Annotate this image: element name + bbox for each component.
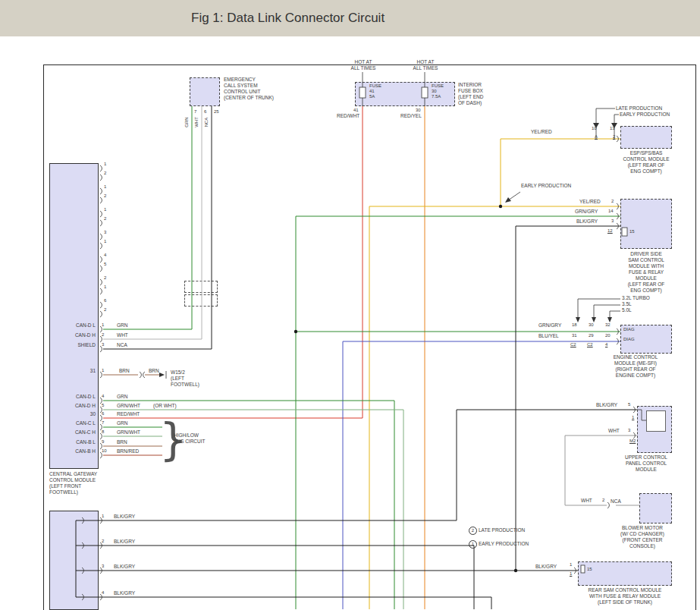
label-line: INTERIOR (458, 82, 483, 88)
inline-connector-box-1 (184, 281, 218, 293)
wire-color-label: WHT (117, 332, 128, 338)
label-line: ENG COMPT) (620, 168, 672, 175)
pin-number: 1 (104, 285, 106, 290)
pin-number: 6 (102, 411, 104, 417)
label-line: W15/2 (171, 369, 199, 376)
connector-id: C2 (587, 342, 593, 347)
label-line: REAR SAM CONTROL MODULE (578, 587, 672, 593)
label-line: OF DASH) (458, 100, 483, 106)
pin-number: 32 (605, 322, 611, 328)
pin-number: 14 (608, 209, 614, 214)
label-line: (RIGHT REAR OF (599, 366, 672, 373)
rear-sam-module-box (578, 561, 672, 586)
wire-color-label: BLK/GRY (114, 590, 135, 596)
row-name: CAN-D H (52, 332, 96, 338)
pin-number: 5 (628, 402, 630, 407)
pin-number: 2 (104, 307, 106, 313)
fuse-label: FUSE (369, 83, 381, 89)
label-line: ENGINE COMPT) (599, 373, 672, 379)
emergency-unit-label: EMERGENCY CALL SYSTEM CONTROL UNIT (CENT… (224, 77, 274, 101)
wire-color-label: BRN (149, 368, 159, 374)
label-line: CENTRAL GATEWAY (49, 471, 97, 477)
wire-color-label: BLK/GRY (114, 514, 135, 520)
connector-id: 12 (607, 228, 613, 234)
wire-color-label: BRN (119, 368, 130, 374)
pin-number: 29 (589, 333, 594, 338)
pin-number: 5 (104, 262, 106, 267)
row-name: CAN-B H (52, 448, 96, 454)
label-line: (FRONT CENTER (613, 537, 672, 543)
wiring-diagram-page: Fig 1: Data Link Connector Circuit (0, 0, 700, 610)
pin-number: 2 (104, 171, 106, 176)
label-line: HOT AT (349, 59, 378, 65)
label-line: UPPER CONTROL (620, 454, 672, 461)
wire-color-label: BLK/GRY (114, 564, 135, 570)
pin-number: 1 (570, 562, 572, 568)
label-line: MODULE (620, 467, 672, 473)
row-name: CAN-D L (52, 394, 96, 400)
label-line: HOT AT (411, 59, 440, 65)
label-line: DRIVER SIDE (620, 251, 672, 257)
label-line: FOOTWELL) (171, 382, 199, 388)
pin-number: 4 (102, 394, 104, 399)
label-line: CALL SYSTEM (224, 83, 274, 89)
late-production-note: LATE PRODUCTION (616, 105, 662, 112)
wire-color-label: NCA (204, 113, 209, 131)
label-line: (LEFT SIDE OF TRUNK) (578, 599, 672, 605)
pin-number: 18 (572, 322, 577, 328)
label-line: ALL TIMES (349, 65, 378, 71)
row-name: CAN-C L (52, 420, 96, 426)
pin-number: 2 (602, 498, 604, 503)
legend-early-label: EARLY PRODUCTION (479, 541, 529, 547)
wire-color-label: GRN/WHT (117, 403, 140, 409)
pin-number: 1 (104, 239, 106, 244)
row-name: CAN-C H (52, 429, 96, 435)
fusebox-label: INTERIOR FUSE BOX (LEFT END OF DASH) (458, 82, 483, 106)
connector-id: A (595, 134, 598, 140)
pin-number: 10 (102, 448, 107, 454)
engine-variant-label: 3.2L TURBO (622, 295, 650, 301)
inline-connector-box-2 (184, 294, 218, 307)
label-line: CONTROL UNIT (224, 89, 274, 95)
label-line: (W/ CD CHANGER) (613, 531, 672, 537)
diag-label: DIAG (623, 327, 635, 332)
connector-id: 1 (632, 415, 634, 420)
wire-color-label: GRN (184, 113, 189, 131)
pin-number: 6 (204, 109, 206, 115)
label-line: HIGH/LOW (174, 432, 206, 439)
esp-module-label: ESP/SPS/BAS CONTROL MODULE (LEFT REAR OF… (620, 150, 672, 175)
wire-color-label: GRN/WHT (117, 429, 140, 435)
fuse-label: FUSE (432, 83, 444, 89)
hot-at-all-times-label: HOT AT ALL TIMES (349, 59, 378, 71)
pin-number: 7 (194, 109, 196, 115)
pin-number: 6 (104, 298, 106, 303)
ucp-label: UPPER CONTROL PANEL CONTROL MODULE (620, 454, 672, 473)
wire-color-label: BLK/GRY (576, 219, 598, 225)
label-line: SAM CONTROL (620, 257, 672, 263)
hot-at-all-times-label: HOT AT ALL TIMES (411, 59, 440, 71)
pin-number: 5 (102, 403, 104, 408)
pin-number: 30 (589, 322, 594, 328)
wire-color-label: WHT (194, 113, 199, 131)
pin-number: 2 (102, 539, 104, 544)
pin-number: 2 (102, 332, 104, 338)
label-line: MODULE WITH (620, 263, 672, 269)
figure-title: Fig 1: Data Link Connector Circuit (191, 11, 385, 26)
pin-number: 2 (104, 275, 106, 281)
bus-circuit-label: HIGH/LOW BUS CIRCUIT (174, 432, 206, 445)
fuse-number: 30 (432, 89, 437, 94)
label-line: FOOTWELL) (49, 489, 97, 495)
driver-sam-label: DRIVER SIDE SAM CONTROL MODULE WITH FUSE… (620, 251, 672, 294)
row-name: CAN-D H (52, 403, 96, 409)
label-line: ESP/SPS/BAS (620, 150, 672, 156)
rear-sam-label: REAR SAM CONTROL MODULE WITH FUSE & RELA… (578, 587, 672, 605)
label-line: FUSE BOX (458, 88, 483, 94)
label-line: ALL TIMES (411, 65, 440, 71)
wire-color-label: GRN/GRY (538, 322, 561, 329)
wire-color-label: GRN (117, 394, 127, 400)
label-line: CONSOLE) (613, 543, 672, 549)
pin-number: 3 (102, 342, 104, 347)
wire-color-label: WHT (581, 498, 592, 504)
connector-id: 2 (613, 134, 615, 140)
label-line: (CENTER OF TRUNK) (224, 95, 274, 101)
